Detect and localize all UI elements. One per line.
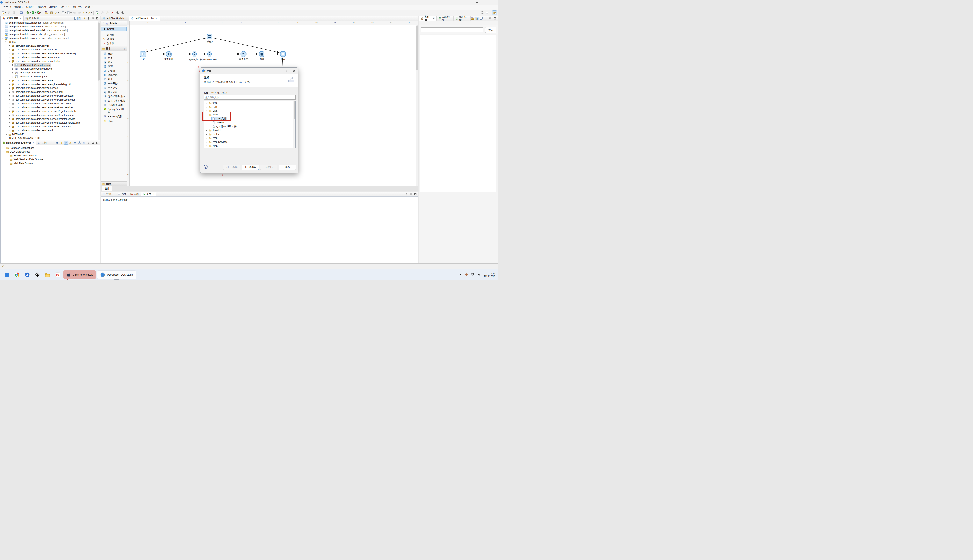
chevron-right-icon[interactable]: [11, 75, 14, 78]
palette-category-basic[interactable]: 基本 ⟨⟩: [101, 46, 127, 51]
task-list-button[interactable]: [62, 10, 66, 15]
menu-编辑[interactable]: 编辑(E): [13, 5, 24, 9]
flow-node-删除客户端权限invalidToken[interactable]: [207, 50, 212, 58]
menu-文件[interactable]: 文件(F): [1, 5, 13, 9]
tree-item-Java[interactable]: Java: [204, 113, 296, 117]
close-button[interactable]: [490, 0, 498, 5]
menu-帮助[interactable]: 帮助(H): [83, 5, 95, 9]
tree-item-Flat File Data Source[interactable]: Flat File Data Source: [1, 154, 100, 158]
back-button[interactable]: <上一步(B): [223, 165, 240, 170]
view-menu-button[interactable]: [405, 192, 408, 196]
palette-tool-连接线[interactable]: 连接线: [101, 33, 127, 37]
close-tab-icon[interactable]: ✕: [156, 17, 158, 20]
view-menu-button[interactable]: [86, 141, 90, 145]
new-wizard-button[interactable]: [2, 10, 6, 15]
maximize-button[interactable]: [481, 0, 490, 5]
maximize-view-button[interactable]: [413, 192, 418, 196]
collapse-all-button[interactable]: [55, 141, 59, 145]
tab-design[interactable]: 设计: [102, 186, 112, 191]
tree-item-Web Services[interactable]: Web Services: [204, 140, 296, 144]
taskbar-black-diamond-app[interactable]: [33, 270, 42, 279]
maximize-view-button[interactable]: [95, 141, 99, 145]
chevron-right-icon[interactable]: [8, 95, 11, 97]
tab-组织模型[interactable]: 组织模型: [454, 16, 471, 21]
tree-item-com.primeton.data.service.service[interactable]: MJcom.primeton.data.service.service[dam_…: [1, 36, 100, 40]
chevron-right-icon[interactable]: [8, 118, 11, 120]
chevron-right-icon[interactable]: [11, 72, 14, 74]
zoom-in-button[interactable]: [115, 10, 120, 15]
chevron-down-icon[interactable]: [2, 37, 4, 40]
palette-item-分布式事务开始[interactable]: 分布式事务开始: [101, 94, 127, 98]
book-button[interactable]: [82, 141, 86, 145]
palette-item-运算逻辑[interactable]: 运算逻辑: [101, 73, 127, 77]
tree-item-com.primeton.data.dam.service.serviceRegister.utils[interactable]: com.primeton.data.dam.service.serviceReg…: [1, 125, 100, 129]
taskbar-blue-app[interactable]: [23, 270, 32, 279]
view-menu-button[interactable]: [86, 17, 90, 20]
flow-node-赋值[interactable]: [259, 51, 265, 58]
wrench2-button[interactable]: [105, 10, 110, 15]
view-menu-button[interactable]: [484, 17, 488, 20]
tab-模板配置[interactable]: 模板配置: [23, 16, 41, 21]
close-tab-icon[interactable]: ✕: [20, 17, 22, 20]
tree-item-com.primeton.data.dam.service.engineNodeMgr.util[interactable]: com.primeton.data.dam.service.engineNode…: [1, 82, 100, 86]
tree-item-XML Data Source[interactable]: XML Data Source: [1, 162, 100, 165]
tree-item-com.primeton.data.dam.service.serviceRegister.service[interactable]: com.primeton.data.dam.service.serviceReg…: [1, 117, 100, 121]
chevron-right-icon[interactable]: [2, 29, 4, 32]
tree-item-com.primeton.data.dam.service.clientAuthMgr.namedsql[interactable]: com.primeton.data.dam.service.clientAuth…: [1, 52, 100, 55]
chevron-right-icon[interactable]: [205, 137, 208, 139]
flow-node-事务开始[interactable]: [166, 51, 172, 58]
maximize-view-button[interactable]: [493, 17, 497, 20]
chevron-right-icon[interactable]: [8, 48, 11, 51]
tree-item-com.primeton.data.dam.service.serviceRegister.controller[interactable]: com.primeton.data.dam.service.serviceReg…: [1, 109, 100, 113]
flow-node-赋值2[interactable]: [207, 33, 213, 40]
search-button[interactable]: [480, 10, 485, 15]
palette-item-开始[interactable]: 开始: [101, 52, 127, 56]
chevron-right-icon[interactable]: [205, 141, 208, 143]
menu-搜索[interactable]: 搜索(A): [36, 5, 48, 9]
link-with-editor-button[interactable]: [60, 141, 64, 145]
chevron-down-icon[interactable]: [205, 113, 208, 116]
palette-item-结束[interactable]: 结束: [101, 56, 127, 60]
tree-item-JRE 系统库 [JavaSE-1.8][interactable]: JRE 系统库 [JavaSE-1.8]: [1, 136, 100, 140]
tree-item-com.primeton.data.dam.service[interactable]: com.primeton.data.dam.service: [1, 44, 100, 48]
tree-item-com.primeton.data.dam.service.serviceRegister.service.impl[interactable]: com.primeton.data.dam.service.serviceReg…: [1, 121, 100, 125]
perspective-eos-button[interactable]: [475, 17, 479, 20]
palette-item-RESTful调用[interactable]: RRESTful调用: [101, 115, 127, 119]
clipboard-button[interactable]: [49, 10, 54, 15]
collapse-palette-icon[interactable]: [102, 22, 105, 25]
save-all-button[interactable]: [12, 10, 16, 15]
tree-item-安装[interactable]: 安装: [204, 148, 296, 148]
menu-窗口[interactable]: 窗口(W): [71, 5, 83, 9]
import-folder-button[interactable]: [471, 17, 475, 20]
pin-icon[interactable]: ⟨⟩: [124, 48, 125, 50]
chevron-right-icon[interactable]: [205, 133, 208, 135]
chevron-right-icon[interactable]: [2, 25, 4, 28]
wrench-button[interactable]: [100, 10, 105, 15]
tree-item-src[interactable]: src: [1, 40, 100, 44]
palette-header[interactable]: Palette: [101, 21, 127, 26]
palette-item-事务开始[interactable]: 事务开始: [101, 82, 127, 86]
tab-属性[interactable]: 属性: [116, 192, 128, 197]
tree-item-常规[interactable]: 常规: [204, 101, 296, 105]
tab-资源管理器[interactable]: 资源管理器✕: [1, 16, 23, 21]
flow-node-开始[interactable]: [140, 51, 146, 58]
tab-Data Source Explorer[interactable]: Data Source Explorer✕: [1, 140, 36, 145]
redo-button[interactable]: [77, 10, 82, 15]
close-tab-icon[interactable]: ✕: [152, 193, 154, 195]
minimize-view-button[interactable]: [91, 17, 95, 20]
import-config-button[interactable]: [73, 141, 77, 145]
maximize-view-button[interactable]: [95, 17, 99, 20]
import-folder-button[interactable]: [44, 10, 48, 15]
gear-button[interactable]: [69, 141, 72, 145]
tree-item-com.primeton.data.dam.service.serviceAlarm.service[interactable]: com.primeton.data.dam.service.serviceAla…: [1, 106, 100, 110]
palette-item-注释[interactable]: 注释: [101, 119, 127, 123]
tree-item-Java EE[interactable]: Java EE: [204, 128, 296, 132]
wizard-tree-scrollbar[interactable]: [293, 101, 296, 148]
chevron-right-icon[interactable]: [205, 102, 208, 104]
volume-icon[interactable]: [477, 273, 481, 276]
flow-node-service[interactable]: [192, 50, 197, 58]
chevron-right-icon[interactable]: [205, 106, 208, 108]
chevron-right-icon[interactable]: [8, 83, 11, 85]
undo-button[interactable]: [72, 10, 77, 15]
perspective-new-button[interactable]: [485, 10, 490, 15]
